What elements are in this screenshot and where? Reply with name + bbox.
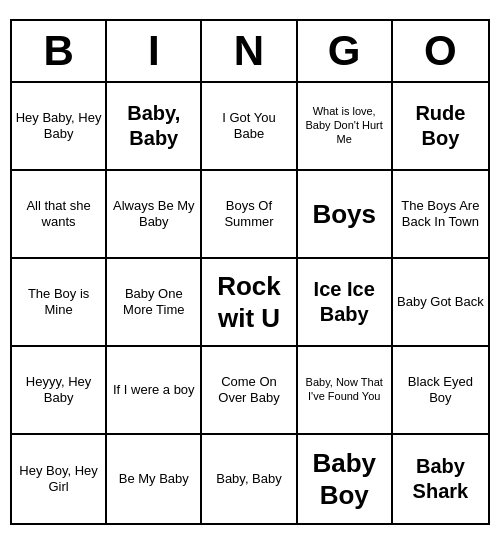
bingo-grid: Hey Baby, Hey BabyBaby, BabyI Got You Ba… [12, 83, 488, 523]
bingo-cell-6[interactable]: Always Be My Baby [107, 171, 202, 259]
bingo-cell-17[interactable]: Come On Over Baby [202, 347, 297, 435]
bingo-cell-7[interactable]: Boys Of Summer [202, 171, 297, 259]
bingo-cell-10[interactable]: The Boy is Mine [12, 259, 107, 347]
bingo-cell-19[interactable]: Black Eyed Boy [393, 347, 488, 435]
bingo-cell-12[interactable]: Rock wit U [202, 259, 297, 347]
bingo-card: BINGO Hey Baby, Hey BabyBaby, BabyI Got … [10, 19, 490, 525]
bingo-cell-21[interactable]: Be My Baby [107, 435, 202, 523]
bingo-letter-b: B [12, 21, 107, 81]
bingo-cell-14[interactable]: Baby Got Back [393, 259, 488, 347]
bingo-cell-0[interactable]: Hey Baby, Hey Baby [12, 83, 107, 171]
bingo-cell-11[interactable]: Baby One More Time [107, 259, 202, 347]
bingo-header: BINGO [12, 21, 488, 83]
bingo-cell-3[interactable]: What is love, Baby Don't Hurt Me [298, 83, 393, 171]
bingo-cell-8[interactable]: Boys [298, 171, 393, 259]
bingo-letter-o: O [393, 21, 488, 81]
bingo-cell-18[interactable]: Baby, Now That I've Found You [298, 347, 393, 435]
bingo-cell-23[interactable]: Baby Boy [298, 435, 393, 523]
bingo-letter-i: I [107, 21, 202, 81]
bingo-letter-g: G [298, 21, 393, 81]
bingo-cell-13[interactable]: Ice Ice Baby [298, 259, 393, 347]
bingo-cell-2[interactable]: I Got You Babe [202, 83, 297, 171]
bingo-cell-24[interactable]: Baby Shark [393, 435, 488, 523]
bingo-cell-15[interactable]: Heyyy, Hey Baby [12, 347, 107, 435]
bingo-cell-20[interactable]: Hey Boy, Hey Girl [12, 435, 107, 523]
bingo-cell-4[interactable]: Rude Boy [393, 83, 488, 171]
bingo-cell-5[interactable]: All that she wants [12, 171, 107, 259]
bingo-cell-22[interactable]: Baby, Baby [202, 435, 297, 523]
bingo-cell-1[interactable]: Baby, Baby [107, 83, 202, 171]
bingo-cell-16[interactable]: If I were a boy [107, 347, 202, 435]
bingo-letter-n: N [202, 21, 297, 81]
bingo-cell-9[interactable]: The Boys Are Back In Town [393, 171, 488, 259]
